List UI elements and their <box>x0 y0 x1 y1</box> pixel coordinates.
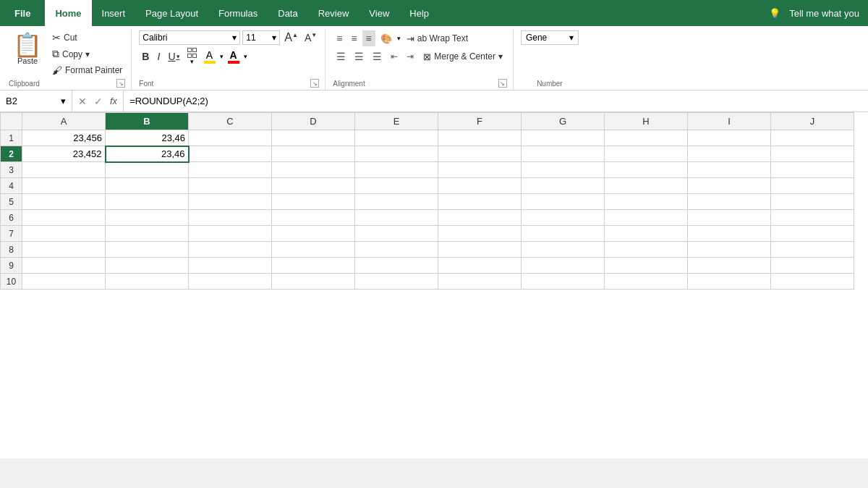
cell-I2[interactable] <box>688 146 771 162</box>
confirm-formula-button[interactable]: ✓ <box>93 94 104 109</box>
cell-E2[interactable] <box>355 146 438 162</box>
cell-F2[interactable] <box>438 146 522 162</box>
bold-button[interactable]: B <box>139 49 152 64</box>
cell-D3[interactable] <box>272 162 355 178</box>
cell-G1[interactable] <box>522 130 605 146</box>
col-header-A[interactable]: A <box>22 113 106 130</box>
menu-help[interactable]: Help <box>399 0 439 26</box>
cell-A9[interactable] <box>22 258 106 274</box>
col-header-B[interactable]: B <box>106 113 189 130</box>
font-name-selector[interactable]: Calibri ▾ <box>139 30 240 45</box>
cell-I8[interactable] <box>688 242 771 258</box>
cell-C10[interactable] <box>189 274 272 290</box>
cell-H4[interactable] <box>605 178 688 194</box>
decrease-indent-button[interactable]: ⇤ <box>387 49 401 64</box>
col-header-D[interactable]: D <box>272 113 355 130</box>
menu-page-layout[interactable]: Page Layout <box>135 0 208 26</box>
cell-A6[interactable] <box>22 210 106 226</box>
cell-F8[interactable] <box>438 242 522 258</box>
font-size-selector[interactable]: 11 ▾ <box>242 30 280 45</box>
cell-B9[interactable] <box>106 258 189 274</box>
cell-E6[interactable] <box>355 210 438 226</box>
cell-A3[interactable] <box>22 162 106 178</box>
cell-I3[interactable] <box>688 162 771 178</box>
cell-F9[interactable] <box>438 258 522 274</box>
col-header-I[interactable]: I <box>688 113 771 130</box>
cell-F3[interactable] <box>438 162 522 178</box>
menu-view[interactable]: View <box>359 0 399 26</box>
number-format-selector[interactable]: Gene ▾ <box>521 30 579 45</box>
cell-I4[interactable] <box>688 178 771 194</box>
cell-G9[interactable] <box>522 258 605 274</box>
cell-E7[interactable] <box>355 226 438 242</box>
align-center-button[interactable]: ≡ <box>347 30 360 46</box>
cell-F4[interactable] <box>438 178 522 194</box>
alignment-expand-button[interactable]: ↘ <box>498 79 507 88</box>
cancel-formula-button[interactable]: ✕ <box>77 94 88 109</box>
cell-H7[interactable] <box>605 226 688 242</box>
cell-J6[interactable] <box>771 210 854 226</box>
cell-B2[interactable]: 23,46 <box>106 146 189 162</box>
cell-C2[interactable] <box>189 146 272 162</box>
cell-D10[interactable] <box>272 274 355 290</box>
cell-C3[interactable] <box>189 162 272 178</box>
increase-indent-button[interactable]: ⇥ <box>403 49 417 64</box>
cell-D5[interactable] <box>272 194 355 210</box>
cell-B10[interactable] <box>106 274 189 290</box>
underline-button[interactable]: U ▾ <box>165 49 182 64</box>
font-expand-button[interactable]: ↘ <box>310 79 319 88</box>
align-middle-button[interactable]: ☰ <box>351 49 367 64</box>
cell-J7[interactable] <box>771 226 854 242</box>
col-header-J[interactable]: J <box>771 113 854 130</box>
cell-C9[interactable] <box>189 258 272 274</box>
paste-button[interactable]: 📋 Paste <box>9 30 46 68</box>
cell-A2[interactable]: 23,452 <box>22 146 106 162</box>
cell-D1[interactable] <box>272 130 355 146</box>
cell-A1[interactable]: 23,456 <box>22 130 106 146</box>
font-shrink-button[interactable]: A▼ <box>302 31 319 44</box>
cell-C4[interactable] <box>189 178 272 194</box>
tell-me-text[interactable]: Tell me what you <box>789 8 859 19</box>
cell-B3[interactable] <box>106 162 189 178</box>
cell-E8[interactable] <box>355 242 438 258</box>
cell-G4[interactable] <box>522 178 605 194</box>
cell-A4[interactable] <box>22 178 106 194</box>
cell-I9[interactable] <box>688 258 771 274</box>
align-left-button[interactable]: ☰ <box>333 49 349 64</box>
cell-E1[interactable] <box>355 130 438 146</box>
cell-E3[interactable] <box>355 162 438 178</box>
clipboard-expand-button[interactable]: ↘ <box>116 79 125 88</box>
col-header-G[interactable]: G <box>522 113 605 130</box>
menu-file[interactable]: File <box>0 0 45 26</box>
cell-H6[interactable] <box>605 210 688 226</box>
col-header-E[interactable]: E <box>355 113 438 130</box>
cell-B8[interactable] <box>106 242 189 258</box>
cell-J5[interactable] <box>771 194 854 210</box>
font-color-button[interactable]: A <box>226 49 242 64</box>
cell-J3[interactable] <box>771 162 854 178</box>
cell-G8[interactable] <box>522 242 605 258</box>
cell-G7[interactable] <box>522 226 605 242</box>
cell-B6[interactable] <box>106 210 189 226</box>
cell-H8[interactable] <box>605 242 688 258</box>
font-grow-button[interactable]: A▲ <box>282 30 300 45</box>
cell-D7[interactable] <box>272 226 355 242</box>
cell-I10[interactable] <box>688 274 771 290</box>
cell-G10[interactable] <box>522 274 605 290</box>
cell-F6[interactable] <box>438 210 522 226</box>
cell-J4[interactable] <box>771 178 854 194</box>
cell-G6[interactable] <box>522 210 605 226</box>
cell-A7[interactable] <box>22 226 106 242</box>
italic-button[interactable]: I <box>154 49 163 64</box>
cell-F7[interactable] <box>438 226 522 242</box>
cell-D4[interactable] <box>272 178 355 194</box>
cell-F1[interactable] <box>438 130 522 146</box>
cell-A8[interactable] <box>22 242 106 258</box>
cell-I7[interactable] <box>688 226 771 242</box>
cell-C8[interactable] <box>189 242 272 258</box>
cell-A5[interactable] <box>22 194 106 210</box>
merge-center-button[interactable]: ⊠ Merge & Center ▾ <box>419 49 507 64</box>
cell-J1[interactable] <box>771 130 854 146</box>
fill-color-btn2[interactable]: 🎨 <box>377 31 396 46</box>
formula-input[interactable]: =ROUNDUP(A2;2) <box>124 96 868 106</box>
